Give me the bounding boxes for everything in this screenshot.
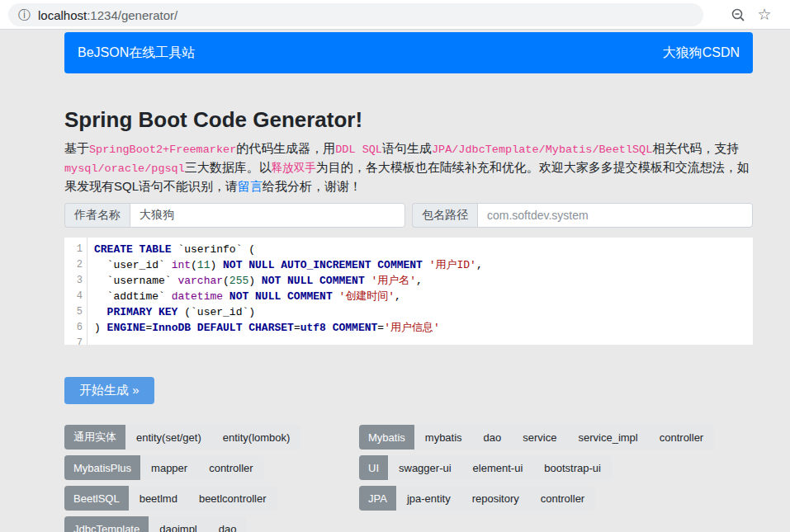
bookmark-star-icon[interactable]: ☆ bbox=[756, 7, 773, 23]
group-label-button[interactable]: Mybatis bbox=[359, 425, 414, 450]
group-label-button[interactable]: JPA bbox=[359, 486, 396, 511]
package-input[interactable] bbox=[477, 203, 753, 228]
navbar-brand[interactable]: BeJSON在线工具站 bbox=[78, 45, 195, 62]
navbar-right-link[interactable]: 大狼狗CSDN bbox=[663, 45, 740, 62]
template-button-group: 通用实体entity(set/get)entity(lombok) bbox=[64, 425, 300, 450]
sql-code-editor[interactable]: 1234567 CREATE TABLE `userinfo` ( `user_… bbox=[64, 238, 753, 345]
template-button[interactable]: controller bbox=[649, 425, 714, 450]
page-info-icon[interactable]: ⓘ bbox=[18, 7, 31, 23]
zoom-out-glyph bbox=[730, 7, 746, 23]
code-token bbox=[423, 259, 429, 271]
code-token: `addtime` bbox=[94, 290, 172, 303]
code-token: PRIMARY KEY bbox=[107, 306, 178, 318]
template-button[interactable]: service bbox=[512, 425, 567, 450]
code-line[interactable]: ) ENGINE=InnoDB DEFAULT CHARSET=utf8 COM… bbox=[94, 320, 753, 336]
line-number: 4 bbox=[64, 289, 83, 304]
group-label-button[interactable]: JdbcTemplate bbox=[64, 516, 149, 532]
template-button[interactable]: beetlcontroller bbox=[188, 486, 277, 511]
url-path: :1234/generator/ bbox=[87, 8, 177, 22]
code-token: int bbox=[172, 259, 191, 271]
template-button[interactable]: element-ui bbox=[462, 455, 534, 480]
code-token: '用户名' bbox=[371, 275, 417, 287]
line-number: 7 bbox=[64, 336, 83, 345]
template-button-group: UIswagger-uielement-uibootstrap-ui bbox=[359, 455, 612, 480]
code-token: InnoDB DEFAULT CHARSET bbox=[152, 322, 294, 334]
code-token: NOT NULL COMMENT bbox=[262, 275, 365, 287]
code-token: (`user_id`) bbox=[177, 306, 255, 318]
template-button[interactable]: beetlmd bbox=[129, 486, 188, 511]
template-button[interactable]: controller bbox=[198, 455, 263, 480]
template-group-row: JdbcTemplatedaoimpldao bbox=[64, 516, 359, 532]
description-code-segment: mysql/oracle/pgsql bbox=[64, 162, 185, 175]
author-input[interactable] bbox=[130, 203, 405, 228]
browser-toolbar: ⓘ localhost:1234/generator/ ☆ bbox=[0, 0, 790, 30]
description-text-segment: 的代码生成器，用 bbox=[236, 141, 335, 155]
description-link-segment[interactable]: 留言 bbox=[238, 179, 263, 193]
url-host: localhost bbox=[38, 8, 87, 22]
template-button[interactable]: jpa-entity bbox=[396, 486, 461, 511]
line-number: 6 bbox=[64, 320, 83, 336]
package-label: 包名路径 bbox=[412, 203, 477, 228]
code-line[interactable]: `user_id` int(11) NOT NULL AUTO_INCREMEN… bbox=[94, 257, 753, 273]
template-button[interactable]: service_impl bbox=[567, 425, 648, 450]
template-button[interactable]: dao bbox=[473, 425, 513, 450]
code-token: ENGINE bbox=[107, 322, 146, 334]
template-button[interactable]: dao bbox=[208, 516, 248, 532]
navbar: BeJSON在线工具站 大狼狗CSDN bbox=[64, 32, 753, 73]
code-token: varchar bbox=[177, 275, 223, 287]
template-button-group: JdbcTemplatedaoimpldao bbox=[64, 516, 247, 532]
group-label-button[interactable]: BeetlSQL bbox=[64, 486, 129, 511]
description-text-segment: 给我分析，谢谢！ bbox=[263, 179, 362, 193]
code-line[interactable]: CREATE TABLE `userinfo` ( bbox=[94, 242, 753, 257]
template-button[interactable]: mybatis bbox=[414, 425, 473, 450]
template-button[interactable]: mapper bbox=[140, 455, 198, 480]
code-line[interactable]: `addtime` datetime NOT NULL COMMENT '创建时… bbox=[94, 289, 753, 304]
code-token: datetime bbox=[172, 290, 223, 303]
template-button[interactable]: entity(lombok) bbox=[212, 425, 301, 450]
group-label-button[interactable]: MybatisPlus bbox=[64, 455, 140, 480]
code-line[interactable] bbox=[94, 336, 753, 345]
template-group-row: UIswagger-uielement-uibootstrap-ui bbox=[359, 455, 753, 486]
code-line[interactable]: PRIMARY KEY (`user_id`) bbox=[94, 304, 753, 320]
code-token bbox=[365, 275, 371, 287]
code-token: '创建时间' bbox=[339, 290, 395, 303]
template-button-group: JPAjpa-entityrepositorycontroller bbox=[359, 486, 595, 511]
package-input-group: 包名路径 bbox=[412, 203, 753, 228]
code-token bbox=[333, 290, 339, 303]
line-number: 2 bbox=[64, 257, 83, 273]
template-button[interactable]: entity(set/get) bbox=[125, 425, 212, 450]
template-button[interactable]: swagger-ui bbox=[388, 455, 462, 480]
code-line[interactable]: `username` varchar(255) NOT NULL COMMENT… bbox=[94, 273, 753, 289]
template-button[interactable]: repository bbox=[461, 486, 530, 511]
code-token: = bbox=[294, 322, 300, 334]
editor-line-numbers: 1234567 bbox=[64, 238, 88, 345]
code-token: ( bbox=[223, 275, 229, 287]
code-token: , bbox=[476, 259, 483, 271]
code-token: 255 bbox=[229, 275, 248, 287]
address-bar[interactable]: ⓘ localhost:1234/generator/ bbox=[8, 3, 703, 26]
code-token bbox=[223, 290, 229, 303]
template-button-group: Mybatismybatisdaoserviceservice_implcont… bbox=[359, 425, 714, 450]
code-token: , bbox=[395, 290, 401, 303]
template-button[interactable]: bootstrap-ui bbox=[533, 455, 612, 480]
content-container: BeJSON在线工具站 大狼狗CSDN Spring Boot Code Gen… bbox=[64, 31, 753, 532]
code-token: utf8 COMMENT bbox=[300, 322, 378, 334]
code-token: = bbox=[377, 322, 384, 334]
group-label-button[interactable]: UI bbox=[359, 455, 388, 480]
template-button[interactable]: controller bbox=[530, 486, 595, 511]
code-token: `username` bbox=[94, 275, 177, 287]
zoom-out-icon[interactable] bbox=[730, 7, 746, 23]
generate-button[interactable]: 开始生成 » bbox=[64, 377, 154, 404]
template-group-row: JPAjpa-entityrepositorycontroller bbox=[359, 486, 753, 516]
template-button[interactable]: daoimpl bbox=[149, 516, 208, 532]
description-code-segment: DDL SQL bbox=[335, 144, 382, 156]
editor-code-area[interactable]: CREATE TABLE `userinfo` ( `user_id` int(… bbox=[88, 238, 753, 345]
description-code-segment: JPA/JdbcTemplate/Mybatis/BeetlSQL bbox=[432, 144, 652, 156]
template-group-row: 通用实体entity(set/get)entity(lombok) bbox=[64, 425, 359, 455]
author-label: 作者名称 bbox=[64, 203, 130, 228]
template-groups-left-column: 通用实体entity(set/get)entity(lombok)Mybatis… bbox=[64, 425, 359, 532]
template-button-group: BeetlSQLbeetlmdbeetlcontroller bbox=[64, 486, 277, 511]
template-button-group: MybatisPlusmappercontroller bbox=[64, 455, 264, 480]
group-label-button[interactable]: 通用实体 bbox=[64, 425, 125, 450]
description-text-segment: 语句生成 bbox=[382, 141, 432, 155]
